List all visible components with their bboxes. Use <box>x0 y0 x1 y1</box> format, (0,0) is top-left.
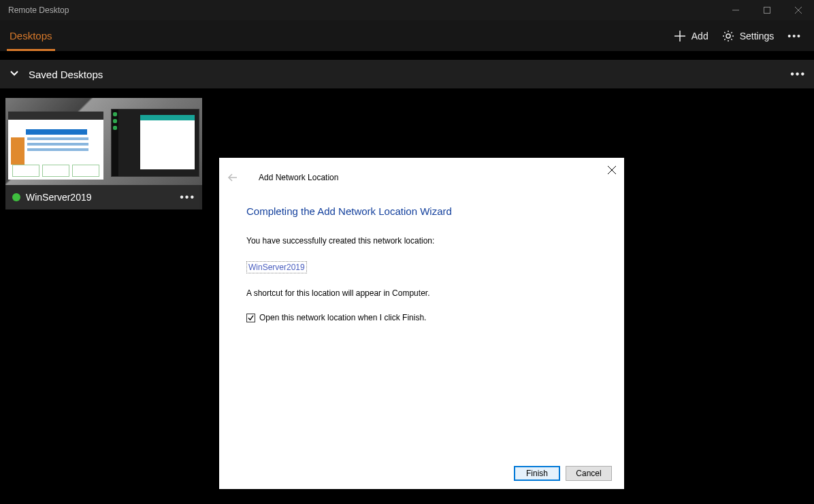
tile-footer: WinServer2019 ••• <box>5 185 202 209</box>
tile-name: WinServer2019 <box>26 192 92 203</box>
settings-label: Settings <box>740 31 775 41</box>
add-button[interactable]: Add <box>667 20 715 51</box>
more-icon: ••• <box>787 31 802 41</box>
svg-rect-1 <box>764 7 770 14</box>
more-icon: ••• <box>790 68 806 80</box>
cancel-button-label: Cancel <box>576 469 601 478</box>
window-controls <box>720 0 814 20</box>
dialog-footer: Finish Cancel <box>219 458 624 489</box>
svg-point-6 <box>726 34 730 38</box>
desktop-tile[interactable]: WinServer2019 ••• <box>5 98 202 209</box>
minimize-button[interactable] <box>720 0 751 20</box>
cancel-button[interactable]: Cancel <box>566 466 612 481</box>
window-title: Remote Desktop <box>0 5 69 15</box>
close-button[interactable] <box>783 0 814 20</box>
open-location-label: Open this network location when I click … <box>259 313 426 322</box>
tabs: Desktops <box>0 20 62 51</box>
finish-button[interactable]: Finish <box>514 466 560 481</box>
tab-desktops-label: Desktops <box>10 30 52 41</box>
arrow-left-icon <box>227 172 238 183</box>
dialog-heading: Completing the Add Network Location Wiza… <box>246 205 597 217</box>
chevron-down-icon[interactable] <box>10 68 19 80</box>
section-more-button[interactable]: ••• <box>790 68 806 80</box>
section-header-left: Saved Desktops <box>10 68 103 80</box>
titlebar: Remote Desktop <box>0 0 814 20</box>
minimize-icon <box>732 7 739 14</box>
more-button[interactable]: ••• <box>781 20 809 51</box>
close-icon <box>795 7 802 14</box>
network-location-link[interactable]: WinServer2019 <box>246 261 307 273</box>
add-network-location-dialog: Add Network Location Completing the Add … <box>219 158 624 489</box>
desktop-thumbnail <box>5 98 202 185</box>
close-icon <box>608 166 616 174</box>
dialog-header: Add Network Location <box>219 158 624 197</box>
section-title: Saved Desktops <box>29 69 103 80</box>
settings-button[interactable]: Settings <box>715 20 781 51</box>
dialog-shortcut-text: A shortcut for this location will appear… <box>246 288 597 298</box>
checkbox-icon <box>246 314 255 322</box>
dialog-success-text: You have successfully created this netwo… <box>246 236 597 246</box>
section-header: Saved Desktops ••• <box>0 60 814 88</box>
dialog-title: Add Network Location <box>246 173 338 182</box>
tile-left: WinServer2019 <box>12 192 92 203</box>
gear-icon <box>722 30 734 42</box>
tile-more-button[interactable]: ••• <box>180 191 195 203</box>
back-button[interactable] <box>219 172 246 183</box>
status-dot-icon <box>12 193 20 201</box>
dialog-close-button[interactable] <box>604 162 620 178</box>
maximize-button[interactable] <box>751 0 783 20</box>
open-location-checkbox[interactable]: Open this network location when I click … <box>246 313 597 322</box>
finish-button-label: Finish <box>526 469 548 478</box>
toolbar-actions: Add Settings ••• <box>667 20 814 51</box>
add-label: Add <box>691 31 709 41</box>
tab-desktops[interactable]: Desktops <box>0 20 62 51</box>
plus-icon <box>674 30 686 42</box>
maximize-icon <box>764 7 770 14</box>
dialog-body: Completing the Add Network Location Wiza… <box>219 197 624 458</box>
toolbar: Desktops Add Settings ••• <box>0 20 814 52</box>
